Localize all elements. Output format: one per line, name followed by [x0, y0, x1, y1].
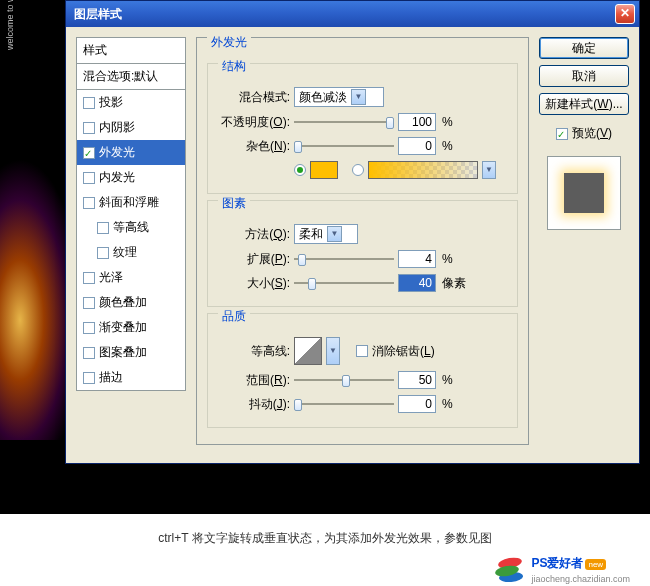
caption-text: ctrl+T 将文字旋转成垂直状态，为其添加外发光效果，参数见图	[0, 514, 650, 555]
size-unit: 像素	[442, 275, 466, 292]
sidebar-item-10[interactable]: 图案叠加	[77, 340, 185, 365]
size-input[interactable]: 40	[398, 274, 436, 292]
elements-legend: 图素	[218, 195, 250, 212]
sidebar-item-label: 内阴影	[99, 119, 135, 136]
structure-legend: 结构	[218, 58, 250, 75]
sidebar-item-label: 描边	[99, 369, 123, 386]
chevron-down-icon[interactable]: ▼	[482, 161, 496, 179]
opacity-label: 不透明度(O):	[218, 114, 290, 131]
sidebar-item-label: 颜色叠加	[99, 294, 147, 311]
size-label: 大小(S):	[218, 275, 290, 292]
spread-unit: %	[442, 252, 453, 266]
style-checkbox[interactable]	[83, 347, 95, 359]
sidebar-item-3[interactable]: 内发光	[77, 165, 185, 190]
sidebar-item-2[interactable]: 外发光	[77, 140, 185, 165]
style-checkbox[interactable]	[83, 197, 95, 209]
style-checkbox[interactable]	[83, 372, 95, 384]
spread-input[interactable]: 4	[398, 250, 436, 268]
style-checkbox[interactable]	[83, 97, 95, 109]
preview-thumbnail	[547, 156, 621, 230]
opacity-slider[interactable]	[294, 114, 394, 130]
titlebar[interactable]: 图层样式 ✕	[66, 1, 639, 27]
style-checkbox[interactable]	[83, 147, 95, 159]
spread-slider[interactable]	[294, 251, 394, 267]
ok-button[interactable]: 确定	[539, 37, 629, 59]
logo: PS爱好者new jiaocheng.chazidian.com	[0, 555, 650, 586]
sidebar-item-4[interactable]: 斜面和浮雕	[77, 190, 185, 215]
new-style-button[interactable]: 新建样式(W)...	[539, 93, 629, 115]
chevron-down-icon[interactable]: ▼	[326, 337, 340, 365]
antialias-checkbox[interactable]	[356, 345, 368, 357]
jitter-label: 抖动(J):	[218, 396, 290, 413]
dialog-title: 图层样式	[74, 6, 122, 23]
gradient-radio[interactable]	[352, 164, 364, 176]
sidebar-item-9[interactable]: 渐变叠加	[77, 315, 185, 340]
sidebar-header[interactable]: 样式	[76, 37, 186, 63]
sidebar-item-label: 内发光	[99, 169, 135, 186]
sidebar-item-label: 等高线	[113, 219, 149, 236]
layer-style-dialog: 图层样式 ✕ 样式 混合选项:默认 投影内阴影外发光内发光斜面和浮雕等高线纹理光…	[65, 0, 640, 464]
range-input[interactable]: 50	[398, 371, 436, 389]
logo-icon	[495, 558, 525, 582]
style-checkbox[interactable]	[97, 247, 109, 259]
main-title: 外发光	[207, 34, 251, 51]
preview-checkbox[interactable]	[556, 128, 568, 140]
preview-label: 预览(V)	[572, 125, 612, 142]
sidebar-item-6[interactable]: 纹理	[77, 240, 185, 265]
cancel-button[interactable]: 取消	[539, 65, 629, 87]
style-checkbox[interactable]	[83, 322, 95, 334]
sidebar-item-11[interactable]: 描边	[77, 365, 185, 390]
sidebar-item-label: 渐变叠加	[99, 319, 147, 336]
range-unit: %	[442, 373, 453, 387]
blend-mode-select[interactable]: 颜色减淡 ▼	[294, 87, 384, 107]
style-checkbox[interactable]	[97, 222, 109, 234]
blend-mode-value: 颜色减淡	[299, 89, 347, 106]
sidebar-item-label: 纹理	[113, 244, 137, 261]
size-slider[interactable]	[294, 275, 394, 291]
range-slider[interactable]	[294, 372, 394, 388]
method-label: 方法(Q):	[218, 226, 290, 243]
blend-mode-label: 混合模式:	[218, 89, 290, 106]
sidebar-blend-options[interactable]: 混合选项:默认	[76, 63, 186, 89]
antialias-label: 消除锯齿(L)	[372, 343, 435, 360]
gradient-picker[interactable]	[368, 161, 478, 179]
style-checkbox[interactable]	[83, 122, 95, 134]
noise-label: 杂色(N):	[218, 138, 290, 155]
sidebar-item-label: 斜面和浮雕	[99, 194, 159, 211]
noise-slider[interactable]	[294, 138, 394, 154]
jitter-input[interactable]: 0	[398, 395, 436, 413]
close-button[interactable]: ✕	[615, 4, 635, 24]
method-select[interactable]: 柔和 ▼	[294, 224, 358, 244]
jitter-unit: %	[442, 397, 453, 411]
logo-text: PS爱好者new jiaocheng.chazidian.com	[531, 555, 630, 584]
spread-label: 扩展(P):	[218, 251, 290, 268]
sidebar-item-label: 图案叠加	[99, 344, 147, 361]
noise-unit: %	[442, 139, 453, 153]
contour-label: 等高线:	[218, 343, 290, 360]
sidebar-item-label: 外发光	[99, 144, 135, 161]
sidebar-item-label: 投影	[99, 94, 123, 111]
range-label: 范围(R):	[218, 372, 290, 389]
jitter-slider[interactable]	[294, 396, 394, 412]
chevron-down-icon: ▼	[351, 89, 366, 105]
contour-picker[interactable]	[294, 337, 322, 365]
opacity-input[interactable]: 100	[398, 113, 436, 131]
sidebar-item-label: 光泽	[99, 269, 123, 286]
opacity-unit: %	[442, 115, 453, 129]
background-text: welcome to w	[5, 0, 15, 50]
styles-sidebar: 样式 混合选项:默认 投影内阴影外发光内发光斜面和浮雕等高线纹理光泽颜色叠加渐变…	[76, 37, 186, 453]
style-checkbox[interactable]	[83, 172, 95, 184]
chevron-down-icon: ▼	[327, 226, 342, 242]
sidebar-item-8[interactable]: 颜色叠加	[77, 290, 185, 315]
noise-input[interactable]: 0	[398, 137, 436, 155]
color-radio[interactable]	[294, 164, 306, 176]
quality-legend: 品质	[218, 308, 250, 325]
sidebar-item-7[interactable]: 光泽	[77, 265, 185, 290]
sidebar-item-0[interactable]: 投影	[77, 90, 185, 115]
style-checkbox[interactable]	[83, 272, 95, 284]
method-value: 柔和	[299, 226, 323, 243]
style-checkbox[interactable]	[83, 297, 95, 309]
sidebar-item-5[interactable]: 等高线	[77, 215, 185, 240]
sidebar-item-1[interactable]: 内阴影	[77, 115, 185, 140]
color-swatch[interactable]	[310, 161, 338, 179]
